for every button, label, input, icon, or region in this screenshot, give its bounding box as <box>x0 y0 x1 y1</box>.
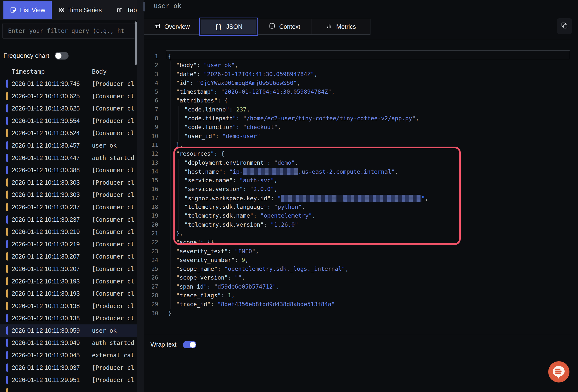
log-timestamp: 2026-01-12 10:11:30.045 <box>12 352 80 359</box>
json-string-value: .us-east-2.compute.internal" <box>298 168 395 175</box>
log-timestamp: 2026-01-12 10:11:30.625 <box>12 105 80 112</box>
code-line: 4"id": "0jCYWaxD0CmpqBAmjOw5U6owSS0", <box>144 79 572 88</box>
log-row[interactable]: 2026-01-12 10:11:30.746[Producer cl <box>0 78 137 90</box>
log-timestamp: 2026-01-12 10:11:30.457 <box>12 142 80 149</box>
tab-table-view[interactable]: Table <box>110 1 137 19</box>
log-row[interactable]: 2026-01-12 10:11:30.303[Producer cl <box>0 176 137 189</box>
json-punctuation: : <box>214 88 221 95</box>
filter-query-input[interactable] <box>3 23 135 38</box>
json-string-value: "user ok" <box>204 62 235 69</box>
json-key: "span_id" <box>176 283 207 290</box>
copy-button[interactable] <box>557 18 572 34</box>
json-string-value: "opentelemetry.sdk._logs._internal" <box>224 265 345 272</box>
log-row[interactable]: 2026-01-12 10:11:30.625[Consumer cl <box>0 90 137 102</box>
json-key: "trace_id" <box>176 301 210 308</box>
severity-indicator <box>6 166 8 174</box>
json-punctuation: , <box>425 195 428 202</box>
log-row[interactable]: 2026-01-12 10:11:30.207[Consumer cl <box>0 250 137 263</box>
log-body: user ok <box>92 142 117 149</box>
json-punctuation: , <box>242 274 245 281</box>
json-punctuation: , <box>278 124 281 131</box>
tab-metrics[interactable]: Metrics <box>311 19 371 35</box>
log-body: [Producer cl <box>92 303 134 310</box>
log-timestamp: 2026-01-12 10:11:30.303 <box>12 179 80 186</box>
json-punctuation: , <box>312 212 316 219</box>
json-punctuation: }, <box>176 230 183 237</box>
log-row[interactable]: 2026-01-12 10:11:30.193[Consumer cl <box>0 275 137 288</box>
tab-label: JSON <box>226 23 242 30</box>
log-row[interactable]: 2026-01-12 10:11:30.207[Consumer cl <box>0 263 137 275</box>
log-row[interactable]: 2026-01-12 10:11:30.524[Consumer cl <box>0 127 137 139</box>
log-row[interactable]: 2026-01-12 10:11:30.037[Producer cl <box>0 361 137 374</box>
log-row[interactable]: 2026-01-12 10:11:30.219[Consumer cl <box>0 226 137 238</box>
line-number: 11 <box>144 142 158 148</box>
severity-indicator <box>6 129 8 137</box>
line-number: 27 <box>144 283 158 290</box>
copy-icon <box>561 22 568 30</box>
json-string-value: "d59de6e05b574712" <box>214 283 276 290</box>
log-row[interactable]: 2026-01-12 10:11:29.951[Producer cl <box>0 374 137 386</box>
line-number: 23 <box>144 248 158 255</box>
log-row[interactable]: 2026-01-12 10:11:30.138[Producer cl <box>0 300 137 312</box>
severity-indicator <box>6 302 8 310</box>
tab-context[interactable]: Context <box>258 19 311 35</box>
line-number: 24 <box>144 257 158 263</box>
code-line: 15"service.name": "auth-svc", <box>144 176 572 185</box>
log-row[interactable]: 2026-01-12 10:11:30.237[Consumer cl <box>0 213 137 226</box>
json-punctuation: : <box>197 62 204 69</box>
log-body: [Producer cl <box>92 118 134 124</box>
log-row[interactable]: 2026-01-12 10:11:30.388[Consumer cl <box>0 164 137 176</box>
log-timestamp: 2026-01-12 10:11:30.219 <box>12 241 80 248</box>
tab-json[interactable]: {} JSON <box>199 18 258 36</box>
severity-indicator <box>6 326 8 335</box>
log-row[interactable]: 2026-01-12 10:11:30.554[Producer cl <box>0 115 137 127</box>
json-key: "severity_text" <box>176 248 228 255</box>
json-punctuation: : <box>218 265 224 272</box>
json-punctuation: : <box>267 203 274 210</box>
log-row[interactable]: 2026-01-12 10:11:30.457user ok <box>0 139 137 152</box>
log-timestamp: 2026-01-12 10:11:30.746 <box>12 80 80 87</box>
column-header-body: Body <box>92 68 107 75</box>
line-number: 15 <box>144 177 158 184</box>
json-punctuation: : <box>215 133 222 140</box>
redacted-value <box>243 168 298 175</box>
code-line: 16"service.version": "2.0.0", <box>144 185 572 194</box>
json-key: "service.version" <box>184 186 243 193</box>
json-punctuation: : <box>228 248 235 255</box>
bar-chart-icon <box>326 23 333 31</box>
log-row[interactable]: 2026-01-12 10:11:30.303[Producer cl <box>0 189 137 201</box>
tab-overview[interactable]: Overview <box>144 19 199 35</box>
log-row[interactable]: 2026-01-12 10:11:30.059user ok <box>0 324 137 337</box>
list-scrollbar-thumb[interactable] <box>135 21 137 65</box>
chat-support-button[interactable] <box>548 361 570 383</box>
log-row[interactable]: 2026-01-12 10:11:30.138[Producer cl <box>0 312 137 324</box>
severity-indicator <box>6 141 8 149</box>
frequency-chart-toggle[interactable] <box>55 52 69 59</box>
json-string-value: "0jCYWaxD0CmpqBAmjOw5U6owSS0" <box>197 80 297 86</box>
tab-time-series[interactable]: Time Series <box>52 1 108 19</box>
tab-list-view[interactable]: List View <box>3 1 52 19</box>
log-row[interactable]: 2026-01-12 10:11:30.447auth started <box>0 152 137 164</box>
log-row[interactable]: 2026-01-12 10:11:30.625[Consumer cl <box>0 102 137 115</box>
json-punctuation: : <box>271 195 278 202</box>
line-number: 2 <box>144 62 158 69</box>
log-body: [Consumer cl <box>92 167 134 174</box>
log-row[interactable]: 2026-01-12 10:11:30.237[Consumer cl <box>0 201 137 213</box>
line-number: 10 <box>144 133 158 140</box>
json-punctuation: : <box>243 186 250 193</box>
panel-gutter <box>137 0 144 392</box>
log-row[interactable]: 2026-01-12 10:11:30.049auth started <box>0 337 137 349</box>
json-punctuation: , <box>314 71 318 78</box>
log-body: [Consumer cl <box>92 216 134 223</box>
log-row[interactable]: 2026-01-12 10:11:30.193[Consumer cl <box>0 287 137 300</box>
wrap-text-toggle[interactable] <box>183 341 196 348</box>
code-line: 22"scope": {}, <box>144 238 572 247</box>
json-string-value: "2026-01-12T04:41:30.059894784Z" <box>204 71 314 78</box>
code-line: 5"timestamp": "2026-01-12T04:41:30.05989… <box>144 88 572 97</box>
log-timestamp: 2026-01-12 10:11:30.388 <box>12 167 80 174</box>
log-row[interactable]: 2026-01-12 10:11:30.045external cal <box>0 349 137 361</box>
log-row[interactable] <box>0 386 137 392</box>
json-punctuation: }, <box>176 142 183 148</box>
wrap-text-row: Wrap text <box>144 335 578 354</box>
log-row[interactable]: 2026-01-12 10:11:30.219[Consumer cl <box>0 238 137 250</box>
